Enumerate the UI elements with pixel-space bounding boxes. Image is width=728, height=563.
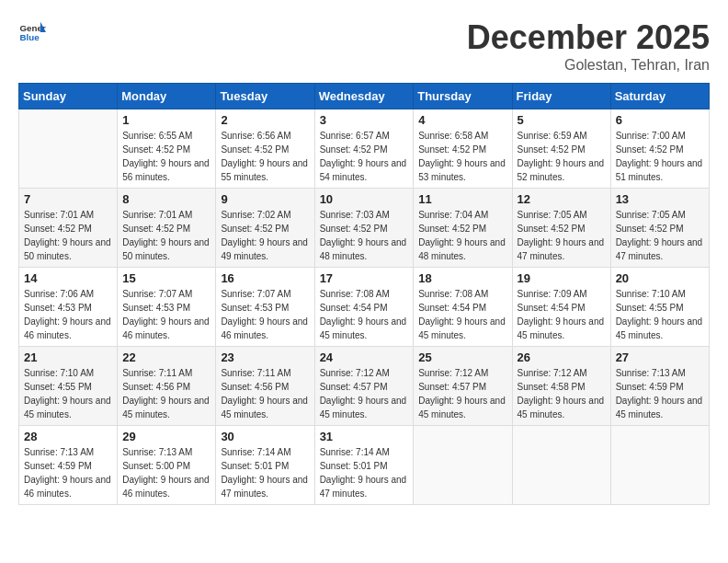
day-info: Sunrise: 7:13 AMSunset: 4:59 PMDaylight:…: [616, 366, 704, 421]
calendar-cell: 7Sunrise: 7:01 AMSunset: 4:52 PMDaylight…: [19, 189, 118, 268]
day-info: Sunrise: 7:12 AMSunset: 4:57 PMDaylight:…: [418, 366, 506, 421]
day-number: 16: [221, 271, 309, 285]
day-number: 27: [616, 350, 704, 364]
day-info: Sunrise: 7:14 AMSunset: 5:01 PMDaylight:…: [221, 445, 309, 500]
day-number: 20: [616, 271, 704, 285]
page-header: General Blue December 2025 Golestan, Teh…: [18, 18, 710, 74]
calendar-cell: 12Sunrise: 7:05 AMSunset: 4:52 PMDayligh…: [512, 189, 610, 268]
calendar-cell: 28Sunrise: 7:13 AMSunset: 4:59 PMDayligh…: [19, 426, 118, 505]
col-header-thursday: Thursday: [414, 84, 512, 109]
day-info: Sunrise: 7:14 AMSunset: 5:01 PMDaylight:…: [320, 445, 409, 500]
day-number: 4: [418, 113, 506, 127]
calendar-cell: 2Sunrise: 6:56 AMSunset: 4:52 PMDaylight…: [216, 109, 314, 189]
svg-text:Blue: Blue: [20, 32, 40, 42]
calendar-cell: 23Sunrise: 7:11 AMSunset: 4:56 PMDayligh…: [216, 347, 314, 426]
calendar-week-row: 7Sunrise: 7:01 AMSunset: 4:52 PMDaylight…: [19, 189, 710, 268]
col-header-sunday: Sunday: [19, 84, 118, 109]
calendar-cell: 5Sunrise: 6:59 AMSunset: 4:52 PMDaylight…: [512, 109, 610, 189]
calendar-cell: 15Sunrise: 7:07 AMSunset: 4:53 PMDayligh…: [118, 268, 216, 347]
day-info: Sunrise: 7:12 AMSunset: 4:58 PMDaylight:…: [518, 366, 606, 421]
day-info: Sunrise: 7:07 AMSunset: 4:53 PMDaylight:…: [122, 287, 210, 342]
day-number: 28: [24, 430, 112, 443]
day-info: Sunrise: 7:02 AMSunset: 4:52 PMDaylight:…: [221, 208, 309, 263]
day-info: Sunrise: 7:08 AMSunset: 4:54 PMDaylight:…: [418, 287, 506, 342]
day-number: 24: [320, 350, 409, 364]
day-number: 21: [24, 350, 112, 364]
day-number: 11: [418, 192, 506, 206]
day-number: 15: [122, 271, 210, 285]
day-info: Sunrise: 7:10 AMSunset: 4:55 PMDaylight:…: [24, 366, 112, 421]
day-info: Sunrise: 7:05 AMSunset: 4:52 PMDaylight:…: [518, 208, 606, 263]
day-number: 7: [24, 192, 112, 206]
calendar-cell: 24Sunrise: 7:12 AMSunset: 4:57 PMDayligh…: [314, 347, 414, 426]
calendar-cell: 30Sunrise: 7:14 AMSunset: 5:01 PMDayligh…: [216, 426, 314, 505]
calendar-cell: 27Sunrise: 7:13 AMSunset: 4:59 PMDayligh…: [610, 347, 709, 426]
day-info: Sunrise: 7:09 AMSunset: 4:54 PMDaylight:…: [518, 287, 606, 342]
col-header-tuesday: Tuesday: [216, 84, 314, 109]
calendar-week-row: 14Sunrise: 7:06 AMSunset: 4:53 PMDayligh…: [19, 268, 710, 347]
day-number: 1: [122, 113, 210, 127]
col-header-friday: Friday: [512, 84, 610, 109]
calendar-cell: 25Sunrise: 7:12 AMSunset: 4:57 PMDayligh…: [414, 347, 512, 426]
day-info: Sunrise: 6:57 AMSunset: 4:52 PMDaylight:…: [320, 129, 409, 184]
day-number: 31: [320, 430, 409, 443]
calendar-header-row: SundayMondayTuesdayWednesdayThursdayFrid…: [19, 84, 710, 109]
day-info: Sunrise: 7:12 AMSunset: 4:57 PMDaylight:…: [320, 366, 409, 421]
calendar-cell: 13Sunrise: 7:05 AMSunset: 4:52 PMDayligh…: [610, 189, 709, 268]
calendar-cell: 10Sunrise: 7:03 AMSunset: 4:52 PMDayligh…: [314, 189, 414, 268]
calendar-cell: 11Sunrise: 7:04 AMSunset: 4:52 PMDayligh…: [414, 189, 512, 268]
day-info: Sunrise: 7:11 AMSunset: 4:56 PMDaylight:…: [221, 366, 309, 421]
calendar-cell: [512, 426, 610, 505]
day-info: Sunrise: 6:55 AMSunset: 4:52 PMDaylight:…: [122, 129, 210, 184]
calendar-cell: 17Sunrise: 7:08 AMSunset: 4:54 PMDayligh…: [314, 268, 414, 347]
day-number: 14: [24, 271, 112, 285]
day-number: 9: [221, 192, 309, 206]
day-number: 29: [122, 430, 210, 443]
day-number: 19: [518, 271, 606, 285]
calendar-cell: 3Sunrise: 6:57 AMSunset: 4:52 PMDaylight…: [314, 109, 414, 189]
day-number: 13: [616, 192, 704, 206]
day-number: 25: [418, 350, 506, 364]
day-number: 30: [221, 430, 309, 443]
title-block: December 2025 Golestan, Tehran, Iran: [467, 18, 710, 74]
day-info: Sunrise: 7:01 AMSunset: 4:52 PMDaylight:…: [24, 208, 112, 263]
day-info: Sunrise: 7:08 AMSunset: 4:54 PMDaylight:…: [320, 287, 409, 342]
day-info: Sunrise: 7:00 AMSunset: 4:52 PMDaylight:…: [616, 129, 704, 184]
calendar-cell: 8Sunrise: 7:01 AMSunset: 4:52 PMDaylight…: [118, 189, 216, 268]
day-number: 26: [518, 350, 606, 364]
calendar-cell: 20Sunrise: 7:10 AMSunset: 4:55 PMDayligh…: [610, 268, 709, 347]
day-info: Sunrise: 6:59 AMSunset: 4:52 PMDaylight:…: [518, 129, 606, 184]
day-number: 18: [418, 271, 506, 285]
day-number: 10: [320, 192, 409, 206]
col-header-wednesday: Wednesday: [314, 84, 414, 109]
calendar-cell: 14Sunrise: 7:06 AMSunset: 4:53 PMDayligh…: [19, 268, 118, 347]
day-number: 17: [320, 271, 409, 285]
calendar-cell: [19, 109, 118, 189]
calendar-cell: 9Sunrise: 7:02 AMSunset: 4:52 PMDaylight…: [216, 189, 314, 268]
calendar-cell: 6Sunrise: 7:00 AMSunset: 4:52 PMDaylight…: [610, 109, 709, 189]
calendar-cell: 29Sunrise: 7:13 AMSunset: 5:00 PMDayligh…: [118, 426, 216, 505]
day-number: 2: [221, 113, 309, 127]
day-info: Sunrise: 7:04 AMSunset: 4:52 PMDaylight:…: [418, 208, 506, 263]
day-number: 12: [518, 192, 606, 206]
day-number: 6: [616, 113, 704, 127]
col-header-saturday: Saturday: [610, 84, 709, 109]
calendar-cell: 22Sunrise: 7:11 AMSunset: 4:56 PMDayligh…: [118, 347, 216, 426]
calendar-cell: 26Sunrise: 7:12 AMSunset: 4:58 PMDayligh…: [512, 347, 610, 426]
day-info: Sunrise: 7:03 AMSunset: 4:52 PMDaylight:…: [320, 208, 409, 263]
logo-icon: General Blue: [18, 18, 46, 46]
day-number: 3: [320, 113, 409, 127]
col-header-monday: Monday: [118, 84, 216, 109]
calendar-week-row: 28Sunrise: 7:13 AMSunset: 4:59 PMDayligh…: [19, 426, 710, 505]
day-number: 8: [122, 192, 210, 206]
location-title: Golestan, Tehran, Iran: [467, 57, 710, 74]
calendar-week-row: 1Sunrise: 6:55 AMSunset: 4:52 PMDaylight…: [19, 109, 710, 189]
day-info: Sunrise: 6:58 AMSunset: 4:52 PMDaylight:…: [418, 129, 506, 184]
day-info: Sunrise: 7:01 AMSunset: 4:52 PMDaylight:…: [122, 208, 210, 263]
calendar-cell: [414, 426, 512, 505]
day-info: Sunrise: 7:10 AMSunset: 4:55 PMDaylight:…: [616, 287, 704, 342]
calendar-cell: 19Sunrise: 7:09 AMSunset: 4:54 PMDayligh…: [512, 268, 610, 347]
calendar-cell: 21Sunrise: 7:10 AMSunset: 4:55 PMDayligh…: [19, 347, 118, 426]
day-info: Sunrise: 7:05 AMSunset: 4:52 PMDaylight:…: [616, 208, 704, 263]
month-title: December 2025: [467, 18, 710, 57]
